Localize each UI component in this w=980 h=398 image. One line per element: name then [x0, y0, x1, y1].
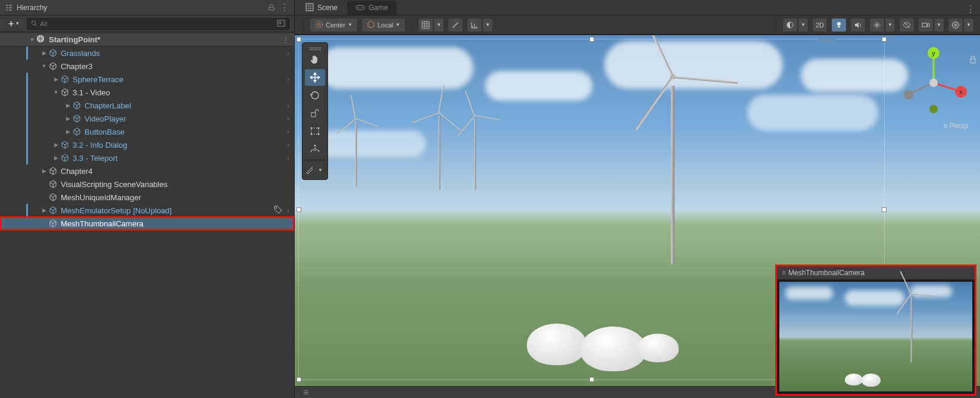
hierarchy-tree: ▼ StartingPoint* ⋮ ▶ Grasslands › ▼ Chap… — [0, 32, 294, 398]
tab-game[interactable]: Game — [347, 1, 397, 15]
gameobject-icon — [48, 218, 58, 229]
camera-button[interactable] — [918, 18, 934, 32]
custom-tools-button[interactable] — [305, 163, 314, 177]
hierarchy-item-sphereterrace[interactable]: ▶ SphereTerrace › — [0, 73, 294, 86]
hierarchy-item-grasslands[interactable]: ▶ Grasslands › — [0, 46, 294, 60]
hierarchy-item-meshthumbnailcamera[interactable]: MeshThumbnailCamera — [0, 217, 294, 230]
orientation-gizmo[interactable]: y x — [898, 47, 969, 119]
item-label: ButtonBase — [85, 128, 124, 136]
hierarchy-item-meshemulator[interactable]: ▶ MeshEmulatorSetup [NoUpload] › — [0, 204, 294, 217]
expand-arrow-icon[interactable]: ▶ — [40, 50, 48, 56]
camera-preview-header[interactable]: ≡ MeshThumbnailCamera — [777, 266, 975, 279]
prefab-icon — [60, 139, 70, 150]
grid-visibility-dropdown[interactable]: ▼ — [482, 18, 493, 32]
prefab-open-icon[interactable]: › — [287, 141, 289, 148]
item-label: 3.1 - Video — [73, 88, 110, 97]
grid-snap-button[interactable] — [418, 18, 433, 32]
snap-increment-button[interactable] — [448, 18, 463, 32]
scale-tool-button[interactable] — [305, 105, 325, 122]
search-input[interactable] — [40, 20, 277, 27]
drag-handle-icon[interactable] — [305, 45, 325, 50]
expand-arrow-icon[interactable]: ▶ — [40, 168, 48, 174]
tag-icon — [274, 206, 282, 216]
mode-2d-button[interactable]: 2D — [812, 18, 828, 32]
fx-dropdown[interactable]: ▼ — [885, 18, 895, 32]
hierarchy-item-infodialog[interactable]: ▶ 3.2 - Info Dialog › — [0, 138, 294, 151]
audio-button[interactable] — [850, 18, 866, 32]
unlock-icon[interactable] — [268, 2, 275, 13]
expand-arrow-icon[interactable]: ▶ — [64, 102, 71, 108]
kebab-menu-icon[interactable]: ⋮ — [280, 2, 289, 13]
item-label: 3.2 - Info Dialog — [73, 141, 127, 150]
svg-point-20 — [314, 148, 316, 151]
camera-preview[interactable]: ≡ MeshThumbnailCamera — [775, 265, 976, 396]
prefab-open-icon[interactable]: › — [287, 49, 289, 57]
hierarchy-item-videoplayer[interactable]: ▶ VideoPlayer › — [0, 112, 294, 125]
expand-arrow-icon[interactable]: ▶ — [40, 207, 48, 213]
prefab-open-icon[interactable]: › — [287, 128, 289, 135]
expand-arrow-icon[interactable]: ▼ — [52, 89, 60, 95]
prefab-open-icon[interactable]: › — [287, 76, 289, 83]
gizmo-lock-icon[interactable] — [969, 55, 976, 66]
hierarchy-item-teleport[interactable]: ▶ 3.3 - Teleport › — [0, 151, 294, 164]
svg-point-16 — [311, 128, 313, 129]
hand-tool-button[interactable] — [305, 51, 325, 68]
grid-snap-dropdown[interactable]: ▼ — [433, 18, 444, 32]
gizmo-dropdown[interactable]: ▼ — [963, 18, 974, 32]
overlay-drag-handle-icon[interactable] — [819, 39, 835, 42]
gizmo-button[interactable] — [948, 18, 963, 32]
prefab-open-icon[interactable]: › — [287, 102, 289, 109]
svg-point-28 — [904, 90, 913, 100]
drag-handle-icon[interactable]: ≡ — [303, 387, 308, 398]
prefab-open-icon[interactable]: › — [287, 115, 289, 122]
rotate-tool-button[interactable] — [305, 87, 325, 104]
hierarchy-item-video[interactable]: ▼ 3.1 - Video — [0, 86, 294, 99]
prefab-icon — [48, 48, 58, 58]
item-label: VisualScripting SceneVariables — [61, 180, 167, 189]
camera-dropdown[interactable]: ▼ — [934, 18, 944, 32]
kebab-icon[interactable]: ⋮ — [966, 4, 975, 15]
move-tool-button[interactable] — [305, 69, 325, 86]
expand-arrow-icon[interactable]: ▶ — [52, 142, 60, 148]
expand-arrow-icon[interactable]: ▶ — [64, 129, 71, 135]
perspective-label[interactable]: ≡ Persp — [943, 122, 968, 130]
rect-tool-button[interactable] — [305, 123, 325, 139]
hierarchy-item-buttonbase[interactable]: ▶ ButtonBase › — [0, 125, 294, 138]
grid-visibility-button[interactable] — [467, 18, 482, 32]
pivot-button[interactable]: Center ▼ — [310, 18, 358, 32]
pivot-label: Center — [326, 21, 345, 29]
hierarchy-item-chapterlabel[interactable]: ▶ ChapterLabel › — [0, 99, 294, 112]
draw-mode-dropdown[interactable]: ▼ — [798, 18, 809, 32]
expand-arrow-icon[interactable]: ▶ — [64, 116, 71, 122]
hierarchy-item-visualscripting[interactable]: VisualScripting SceneVariables — [0, 178, 294, 191]
visibility-button[interactable] — [899, 18, 915, 32]
search-type-icon[interactable] — [277, 18, 285, 29]
draw-mode-button[interactable] — [782, 18, 798, 32]
hierarchy-search[interactable] — [27, 18, 289, 30]
custom-tools-dropdown[interactable]: ▼ — [316, 163, 325, 177]
kebab-icon[interactable]: ⋮ — [282, 35, 289, 44]
hierarchy-item-chapter3[interactable]: ▼ Chapter3 — [0, 60, 294, 73]
tab-scene[interactable]: Scene — [297, 1, 346, 15]
prefab-icon — [71, 126, 82, 137]
drag-handle-icon[interactable]: ≡ — [782, 269, 785, 277]
fx-button[interactable] — [869, 18, 885, 32]
add-button[interactable]: + ▼ — [5, 17, 23, 30]
scene-view[interactable]: ▼ y x ≡ Persp ≡ — [295, 35, 980, 398]
handle-button[interactable]: Local ▼ — [361, 18, 405, 32]
svg-point-8 — [318, 23, 320, 26]
expand-arrow-icon[interactable]: ▶ — [52, 155, 60, 161]
scene-panel: Scene Game ⋮ Center ▼ Local ▼ ▼ ▼ — [295, 0, 980, 398]
svg-point-7 — [361, 7, 363, 8]
transform-tool-button[interactable] — [305, 141, 325, 157]
scene-root[interactable]: ▼ StartingPoint* ⋮ — [0, 33, 294, 46]
hierarchy-item-meshuniqueid[interactable]: MeshUniqueIdManager — [0, 191, 294, 204]
scene-root-label: StartingPoint* — [49, 35, 101, 44]
prefab-open-icon[interactable]: › — [287, 154, 289, 161]
expand-arrow-icon[interactable]: ▼ — [29, 37, 36, 43]
prefab-open-icon[interactable]: › — [287, 207, 289, 214]
expand-arrow-icon[interactable]: ▶ — [52, 76, 60, 82]
expand-arrow-icon[interactable]: ▼ — [40, 63, 48, 69]
hierarchy-item-chapter4[interactable]: ▶ Chapter4 — [0, 164, 294, 178]
lighting-button[interactable] — [831, 18, 847, 32]
